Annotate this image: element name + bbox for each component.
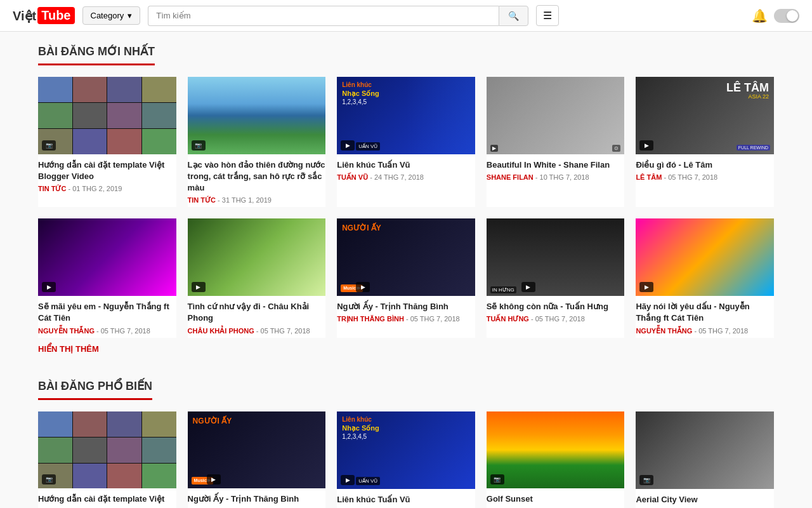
video-title-v7: Tình cứ như vậy đi - Châu Khải Phong: [188, 301, 326, 324]
logo-tube: Tube: [37, 7, 74, 24]
video-info-p2: Người Ấy - Trịnh Thăng Bình: [188, 488, 326, 508]
video-card-p4[interactable]: 📷 Golf Sunset: [487, 411, 625, 508]
logo[interactable]: ViệtTube: [13, 7, 75, 24]
video-title-v1: Hướng dẫn cài đặt template Việt Blogger …: [38, 159, 176, 182]
video-title-p2: Người Ấy - Trịnh Thăng Bình: [188, 493, 326, 505]
video-card-v1[interactable]: 📷 Hướng dẫn cài đặt template Việt Blogge…: [38, 77, 176, 207]
video-info-p4: Golf Sunset: [487, 488, 625, 508]
video-info-p3: Liên khúc Tuấn Vũ: [337, 489, 475, 509]
video-thumbnail-p5: 📷: [636, 411, 774, 489]
video-meta-v6: NGUYỄN THẮNG - 05 thg 7, 2018: [38, 327, 176, 335]
popular-section: BÀI ĐĂNG PHỔ BIẾN 📷 Hướng dẫn cài đặt te…: [38, 379, 774, 508]
bell-icon[interactable]: 🔔: [752, 8, 768, 23]
video-card-v7[interactable]: ▶ Tình cứ như vậy đi - Châu Khải Phong C…: [188, 218, 326, 337]
play-badge-v5: ▶: [639, 140, 653, 150]
video-thumbnail-p2: NGƯỜI ẤY Music≫ ▶: [188, 411, 326, 489]
video-info-v1: Hướng dẫn cài đặt template Việt Blogger …: [38, 154, 176, 196]
video-thumbnail-v5: LÊ TÂM ASIA 22 FULL REWIND ▶: [636, 77, 774, 154]
video-meta-v5: LÊ TÂM - 05 thg 7, 2018: [636, 173, 774, 181]
video-meta-v3: TUẤN VŨ - 24 thg 7, 2018: [337, 173, 475, 182]
play-badge-v6: ▶: [42, 282, 56, 292]
video-meta-v8: TRỊNH THĂNG BÌNH - 05 thg 7, 2018: [337, 315, 475, 323]
header: ViệtTube Category ▾ 🔍 ☰ 🔔: [0, 0, 812, 32]
video-info-v3: Liên khúc Tuấn Vũ TUẤN VŨ - 24 thg 7, 20…: [337, 154, 475, 184]
video-card-v8[interactable]: NGƯỜI ẤY Music≫ ▶ Người Ấy - Trịnh Thăng…: [337, 218, 475, 337]
video-title-v9: Sẽ không còn nữa - Tuấn Hưng: [487, 301, 625, 312]
newest-section-title: BÀI ĐĂNG MỚI NHẤT: [38, 44, 155, 65]
video-info-v9: Sẽ không còn nữa - Tuấn Hưng TUẤN HƯNG -…: [487, 296, 625, 326]
video-title-v4: Beautiful In White - Shane Filan: [487, 159, 625, 171]
video-card-v4[interactable]: ▶ ⊙ Beautiful In White - Shane Filan SHA…: [487, 77, 625, 207]
main-content: BÀI ĐĂNG MỚI NHẤT 📷 Hướng dẫn cài đặt te…: [25, 32, 787, 508]
play-badge-v9: ▶: [521, 282, 535, 292]
video-thumbnail-v8: NGƯỜI ẤY Music≫ ▶: [337, 218, 475, 296]
menu-button[interactable]: ☰: [536, 5, 559, 26]
video-card-v6[interactable]: ▶ Sẽ mãi yêu em - Nguyễn Thắng ft Cát Ti…: [38, 218, 176, 337]
video-info-v4: Beautiful In White - Shane Filan SHANE F…: [487, 154, 625, 184]
play-badge-v10: ▶: [639, 282, 653, 292]
search-bar: 🔍: [148, 6, 528, 26]
category-label: Category: [91, 11, 124, 20]
video-meta-v2: TIN TỨC - 31 thg 1, 2019: [188, 196, 326, 204]
show-more-link[interactable]: HIỂN THỊ THÊM: [38, 344, 774, 354]
video-title-p3: Liên khúc Tuấn Vũ: [337, 494, 475, 505]
video-thumbnail-v7: ▶: [188, 218, 326, 296]
play-badge-p2: ▶: [207, 474, 221, 485]
video-card-p1[interactable]: 📷 Hướng dẫn cài đặt template Việt Blogge…: [38, 411, 176, 508]
popular-section-title: BÀI ĐĂNG PHỔ BIẾN: [38, 379, 152, 400]
search-input[interactable]: [148, 6, 499, 26]
video-info-v2: Lạc vào hòn đảo thiên đường nước trong, …: [188, 154, 326, 208]
video-thumbnail-v6: ▶: [38, 218, 176, 296]
play-badge-v7: ▶: [192, 282, 206, 292]
video-title-v10: Hãy nói lời yêu dấu - Nguyễn Thắng ft Cá…: [636, 301, 774, 324]
video-thumbnail-v10: ▶: [636, 218, 774, 296]
video-thumbnail-p3: Liên khúc Nhạc Sống 1,2,3,4,5 ▶ UẤN VŨ: [337, 411, 475, 489]
video-info-v8: Người Ấy - Trịnh Thăng Bình TRỊNH THĂNG …: [337, 296, 475, 326]
camera-badge-p1: 📷: [42, 474, 56, 485]
video-meta-v4: SHANE FILAN - 10 thg 7, 2018: [487, 173, 625, 181]
play-badge-v3: ▶: [341, 140, 355, 150]
video-meta-v1: TIN TỨC - 01 thg 2, 2019: [38, 185, 176, 193]
camera-badge-p5: 📷: [639, 475, 653, 485]
camera-badge-v1: 📷: [42, 140, 56, 150]
video-thumbnail-v1: 📷: [38, 77, 176, 154]
video-card-v5[interactable]: LÊ TÂM ASIA 22 FULL REWIND ▶ Điều gì đó …: [636, 77, 774, 207]
newest-video-grid-row1: 📷 Hướng dẫn cài đặt template Việt Blogge…: [38, 77, 774, 207]
video-info-v10: Hãy nói lời yêu dấu - Nguyễn Thắng ft Cá…: [636, 296, 774, 337]
video-thumbnail-v9: IN HƯNG ▶: [487, 218, 625, 296]
video-card-v2[interactable]: 📷 Lạc vào hòn đảo thiên đường nước trong…: [188, 77, 326, 207]
video-card-p3[interactable]: Liên khúc Nhạc Sống 1,2,3,4,5 ▶ UẤN VŨ L…: [337, 411, 475, 508]
video-card-v3[interactable]: Liên khúc Nhạc Sống 1,2,3,4,5 ▶ UẤN VŨ L…: [337, 77, 475, 207]
video-title-p1: Hướng dẫn cài đặt template Việt Blogger …: [38, 493, 176, 508]
video-thumbnail-p4: 📷: [487, 411, 625, 489]
video-info-v6: Sẽ mãi yêu em - Nguyễn Thắng ft Cát Tiên…: [38, 296, 176, 337]
play-badge-v8: ▶: [356, 282, 370, 292]
chevron-down-icon: ▾: [128, 11, 132, 20]
video-title-v3: Liên khúc Tuấn Vũ: [337, 159, 475, 171]
video-info-v7: Tình cứ như vậy đi - Châu Khải Phong CHÂ…: [188, 296, 326, 337]
newest-section: BÀI ĐĂNG MỚI NHẤT 📷 Hướng dẫn cài đặt te…: [38, 44, 774, 354]
play-badge-p3: ▶: [341, 475, 355, 485]
theme-toggle[interactable]: [774, 9, 799, 23]
video-card-p2[interactable]: NGƯỜI ẤY Music≫ ▶ Người Ấy - Trịnh Thăng…: [188, 411, 326, 508]
video-thumbnail-p1: 📷: [38, 411, 176, 489]
video-title-v2: Lạc vào hòn đảo thiên đường nước trong, …: [188, 159, 326, 194]
video-card-v9[interactable]: IN HƯNG ▶ Sẽ không còn nữa - Tuấn Hưng T…: [487, 218, 625, 337]
video-info-p1: Hướng dẫn cài đặt template Việt Blogger …: [38, 488, 176, 508]
video-info-p5: Aerial City View: [636, 489, 774, 509]
camera-badge-v2: 📷: [192, 140, 206, 150]
video-meta-v9: TUẤN HƯNG - 05 thg 7, 2018: [487, 315, 625, 323]
video-thumbnail-v4: ▶ ⊙: [487, 77, 625, 154]
video-thumbnail-v2: 📷: [188, 77, 326, 154]
video-title-p5: Aerial City View: [636, 494, 774, 505]
video-title-v5: Điều gì đó - Lê Tâm: [636, 159, 774, 171]
video-title-v6: Sẽ mãi yêu em - Nguyễn Thắng ft Cát Tiên: [38, 301, 176, 324]
video-title-v8: Người Ấy - Trịnh Thăng Bình: [337, 301, 475, 312]
video-thumbnail-v3: Liên khúc Nhạc Sống 1,2,3,4,5 ▶ UẤN VŨ: [337, 77, 475, 154]
camera-badge-p4: 📷: [490, 474, 504, 485]
category-dropdown[interactable]: Category ▾: [82, 6, 141, 25]
video-meta-v10: NGUYỄN THẮNG - 05 thg 7, 2018: [636, 327, 774, 335]
search-button[interactable]: 🔍: [499, 6, 528, 26]
video-card-v10[interactable]: ▶ Hãy nói lời yêu dấu - Nguyễn Thắng ft …: [636, 218, 774, 337]
video-card-p5[interactable]: 📷 Aerial City View: [636, 411, 774, 508]
